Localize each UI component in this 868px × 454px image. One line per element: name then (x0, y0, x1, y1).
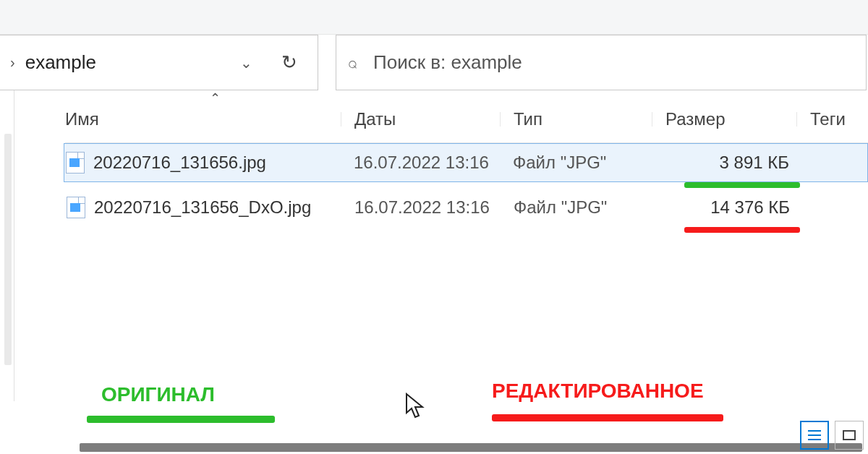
file-type: Файл "JPG" (514, 197, 665, 218)
thumbnail-view-button[interactable] (835, 421, 864, 450)
column-headers[interactable]: ⌃ Имя Даты Тип Размер Теги (65, 90, 868, 143)
address-bar[interactable]: › example ⌄ ↻ (0, 35, 318, 90)
titlebar-spacer (0, 0, 868, 35)
cursor-icon (405, 393, 425, 427)
annotation-underline-row (65, 182, 868, 188)
horizontal-scrollbar[interactable] (80, 443, 862, 452)
file-name: 20220716_131656_DxO.jpg (94, 197, 311, 218)
column-type[interactable]: Тип (514, 109, 665, 129)
breadcrumb-current[interactable]: example (25, 51, 224, 74)
file-date: 16.07.2022 13:16 (354, 153, 513, 173)
file-type: Файл "JPG" (513, 153, 665, 173)
annotation-original-label: ОРИГИНАЛ (101, 383, 215, 406)
file-name: 20220716_131656.jpg (93, 153, 266, 173)
column-size[interactable]: Размер (665, 109, 810, 129)
annotation-edited-label: РЕДАКТИРОВАННОЕ (492, 380, 704, 403)
annotation-underline-row (65, 227, 868, 233)
size-underline-green (684, 182, 800, 188)
jpg-file-icon (67, 197, 85, 218)
refresh-icon[interactable]: ↻ (268, 51, 310, 74)
nav-scrollbar[interactable] (0, 90, 14, 401)
file-size: 14 376 КБ (665, 197, 810, 218)
toolbar: › example ⌄ ↻ ⌕ Поиск в: example (0, 35, 868, 90)
content-area: ⌃ Имя Даты Тип Размер Теги 20220716_1316… (0, 90, 868, 401)
sort-indicator-icon[interactable]: ⌃ (210, 90, 221, 106)
breadcrumb-chevron-icon[interactable]: › (0, 54, 25, 71)
column-name[interactable]: Имя (65, 109, 354, 129)
file-size: 3 891 КБ (665, 153, 809, 173)
view-mode-buttons (800, 421, 864, 450)
search-placeholder: Поиск в: example (373, 51, 522, 74)
svg-rect-3 (843, 431, 855, 440)
file-row[interactable]: 20220716_131656_DxO.jpg 16.07.2022 13:16… (65, 188, 868, 227)
details-view-button[interactable] (800, 421, 829, 450)
annotation-original-underline (87, 416, 275, 423)
search-icon: ⌕ (348, 53, 357, 72)
column-tags[interactable]: Теги (810, 109, 868, 129)
file-list-pane: ⌃ Имя Даты Тип Размер Теги 20220716_1316… (14, 90, 868, 401)
file-date: 16.07.2022 13:16 (354, 197, 514, 218)
size-underline-red (684, 227, 800, 233)
annotation-edited-underline (492, 414, 723, 421)
jpg-file-icon (66, 152, 85, 174)
search-box[interactable]: ⌕ Поиск в: example (336, 35, 867, 90)
file-row[interactable]: 20220716_131656.jpg 16.07.2022 13:16 Фай… (64, 143, 868, 182)
column-dates[interactable]: Даты (354, 109, 514, 129)
address-dropdown-icon[interactable]: ⌄ (224, 54, 268, 72)
